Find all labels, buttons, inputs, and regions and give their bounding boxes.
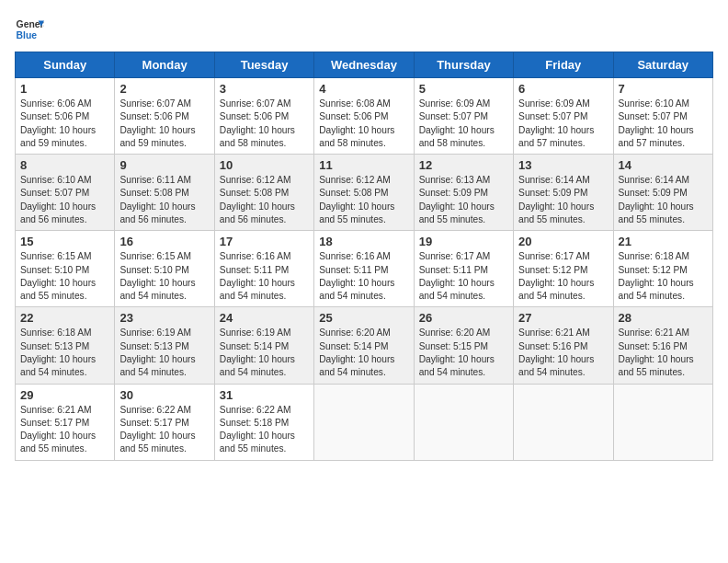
day-info: Sunrise: 6:18 AMSunset: 5:13 PMDaylight:… (20, 327, 109, 379)
calendar-cell: 19Sunrise: 6:17 AMSunset: 5:11 PMDayligh… (414, 231, 513, 307)
day-number: 28 (619, 311, 708, 325)
calendar-cell: 11Sunrise: 6:12 AMSunset: 5:08 PMDayligh… (314, 155, 414, 231)
calendar-cell: 27Sunrise: 6:21 AMSunset: 5:16 PMDayligh… (514, 307, 613, 384)
day-info: Sunrise: 6:11 AMSunset: 5:08 PMDaylight:… (119, 174, 209, 226)
calendar-cell: 30Sunrise: 6:22 AMSunset: 5:17 PMDayligh… (115, 384, 214, 460)
calendar-cell: 10Sunrise: 6:12 AMSunset: 5:08 PMDayligh… (214, 155, 313, 231)
day-header-tuesday: Tuesday (214, 52, 313, 78)
day-info: Sunrise: 6:15 AMSunset: 5:10 PMDaylight:… (119, 250, 209, 303)
day-number: 5 (419, 82, 508, 96)
day-number: 19 (419, 235, 508, 248)
calendar-cell: 9Sunrise: 6:11 AMSunset: 5:08 PMDaylight… (115, 155, 214, 231)
day-info: Sunrise: 6:06 AMSunset: 5:06 PMDaylight:… (20, 98, 109, 150)
calendar-cell (613, 384, 712, 460)
week-row-3: 15Sunrise: 6:15 AMSunset: 5:10 PMDayligh… (16, 231, 713, 307)
day-info: Sunrise: 6:22 AMSunset: 5:18 PMDaylight:… (220, 404, 309, 456)
calendar-cell: 17Sunrise: 6:16 AMSunset: 5:11 PMDayligh… (214, 231, 313, 307)
day-number: 6 (518, 82, 608, 96)
day-number: 20 (518, 235, 608, 248)
day-number: 1 (20, 82, 109, 96)
day-info: Sunrise: 6:10 AMSunset: 5:07 PMDaylight:… (20, 174, 109, 226)
calendar-cell: 18Sunrise: 6:16 AMSunset: 5:11 PMDayligh… (314, 231, 414, 307)
day-info: Sunrise: 6:12 AMSunset: 5:08 PMDaylight:… (220, 174, 309, 226)
calendar-cell: 22Sunrise: 6:18 AMSunset: 5:13 PMDayligh… (16, 307, 115, 384)
calendar-cell: 14Sunrise: 6:14 AMSunset: 5:09 PMDayligh… (613, 155, 712, 231)
calendar-cell: 26Sunrise: 6:20 AMSunset: 5:15 PMDayligh… (414, 307, 513, 384)
calendar-table: SundayMondayTuesdayWednesdayThursdayFrid… (15, 52, 713, 461)
calendar-cell: 8Sunrise: 6:10 AMSunset: 5:07 PMDaylight… (16, 155, 115, 231)
day-info: Sunrise: 6:09 AMSunset: 5:07 PMDaylight:… (419, 98, 508, 150)
calendar-cell: 1Sunrise: 6:06 AMSunset: 5:06 PMDaylight… (16, 78, 115, 155)
day-info: Sunrise: 6:21 AMSunset: 5:17 PMDaylight:… (20, 404, 109, 456)
day-number: 10 (220, 158, 309, 172)
day-number: 29 (20, 388, 109, 402)
day-info: Sunrise: 6:20 AMSunset: 5:15 PMDaylight:… (419, 327, 508, 379)
day-header-saturday: Saturday (613, 52, 712, 78)
day-number: 4 (319, 82, 408, 96)
calendar-cell: 23Sunrise: 6:19 AMSunset: 5:13 PMDayligh… (115, 307, 214, 384)
day-number: 22 (20, 311, 109, 325)
calendar-cell: 6Sunrise: 6:09 AMSunset: 5:07 PMDaylight… (514, 78, 613, 155)
day-number: 16 (119, 235, 209, 248)
day-info: Sunrise: 6:14 AMSunset: 5:09 PMDaylight:… (619, 174, 708, 226)
calendar-cell: 7Sunrise: 6:10 AMSunset: 5:07 PMDaylight… (613, 78, 712, 155)
calendar-cell: 12Sunrise: 6:13 AMSunset: 5:09 PMDayligh… (414, 155, 513, 231)
day-header-monday: Monday (115, 52, 214, 78)
day-number: 27 (518, 311, 608, 325)
day-info: Sunrise: 6:17 AMSunset: 5:12 PMDaylight:… (518, 250, 608, 303)
day-info: Sunrise: 6:07 AMSunset: 5:06 PMDaylight:… (119, 98, 209, 150)
calendar-cell (414, 384, 513, 460)
day-info: Sunrise: 6:21 AMSunset: 5:16 PMDaylight:… (619, 327, 708, 379)
calendar-cell: 20Sunrise: 6:17 AMSunset: 5:12 PMDayligh… (514, 231, 613, 307)
header-row: SundayMondayTuesdayWednesdayThursdayFrid… (16, 52, 713, 78)
calendar-cell: 29Sunrise: 6:21 AMSunset: 5:17 PMDayligh… (16, 384, 115, 460)
svg-text:Blue: Blue (17, 30, 38, 40)
calendar-cell: 13Sunrise: 6:14 AMSunset: 5:09 PMDayligh… (514, 155, 613, 231)
calendar-cell: 31Sunrise: 6:22 AMSunset: 5:18 PMDayligh… (214, 384, 313, 460)
day-number: 3 (220, 82, 309, 96)
day-number: 14 (619, 158, 708, 172)
day-info: Sunrise: 6:17 AMSunset: 5:11 PMDaylight:… (419, 250, 508, 303)
day-number: 7 (619, 82, 708, 96)
day-info: Sunrise: 6:08 AMSunset: 5:06 PMDaylight:… (319, 98, 408, 150)
day-number: 31 (220, 388, 309, 402)
week-row-5: 29Sunrise: 6:21 AMSunset: 5:17 PMDayligh… (16, 384, 713, 460)
day-number: 9 (119, 158, 209, 172)
day-info: Sunrise: 6:16 AMSunset: 5:11 PMDaylight:… (220, 250, 309, 303)
day-info: Sunrise: 6:20 AMSunset: 5:14 PMDaylight:… (319, 327, 408, 379)
day-number: 26 (419, 311, 508, 325)
calendar-cell: 2Sunrise: 6:07 AMSunset: 5:06 PMDaylight… (115, 78, 214, 155)
day-info: Sunrise: 6:09 AMSunset: 5:07 PMDaylight:… (518, 98, 608, 150)
week-row-4: 22Sunrise: 6:18 AMSunset: 5:13 PMDayligh… (16, 307, 713, 384)
day-number: 25 (319, 311, 408, 325)
day-number: 15 (20, 235, 109, 248)
day-number: 17 (220, 235, 309, 248)
calendar-cell: 21Sunrise: 6:18 AMSunset: 5:12 PMDayligh… (613, 231, 712, 307)
calendar-cell: 16Sunrise: 6:15 AMSunset: 5:10 PMDayligh… (115, 231, 214, 307)
calendar-cell (514, 384, 613, 460)
day-header-sunday: Sunday (16, 52, 115, 78)
day-info: Sunrise: 6:21 AMSunset: 5:16 PMDaylight:… (518, 327, 608, 379)
day-info: Sunrise: 6:10 AMSunset: 5:07 PMDaylight:… (619, 98, 708, 150)
day-info: Sunrise: 6:18 AMSunset: 5:12 PMDaylight:… (619, 250, 708, 303)
day-number: 30 (119, 388, 209, 402)
day-info: Sunrise: 6:15 AMSunset: 5:10 PMDaylight:… (20, 250, 109, 303)
day-info: Sunrise: 6:19 AMSunset: 5:14 PMDaylight:… (220, 327, 309, 379)
day-header-friday: Friday (514, 52, 613, 78)
day-header-wednesday: Wednesday (314, 52, 414, 78)
logo-icon: General Blue (15, 15, 44, 44)
logo: General Blue (15, 15, 44, 44)
day-number: 24 (220, 311, 309, 325)
day-number: 21 (619, 235, 708, 248)
day-number: 13 (518, 158, 608, 172)
calendar-cell (314, 384, 414, 460)
day-info: Sunrise: 6:13 AMSunset: 5:09 PMDaylight:… (419, 174, 508, 226)
day-number: 18 (319, 235, 408, 248)
day-header-thursday: Thursday (414, 52, 513, 78)
calendar-cell: 4Sunrise: 6:08 AMSunset: 5:06 PMDaylight… (314, 78, 414, 155)
day-info: Sunrise: 6:19 AMSunset: 5:13 PMDaylight:… (119, 327, 209, 379)
day-number: 2 (119, 82, 209, 96)
week-row-1: 1Sunrise: 6:06 AMSunset: 5:06 PMDaylight… (16, 78, 713, 155)
day-info: Sunrise: 6:16 AMSunset: 5:11 PMDaylight:… (319, 250, 408, 303)
day-info: Sunrise: 6:12 AMSunset: 5:08 PMDaylight:… (319, 174, 408, 226)
